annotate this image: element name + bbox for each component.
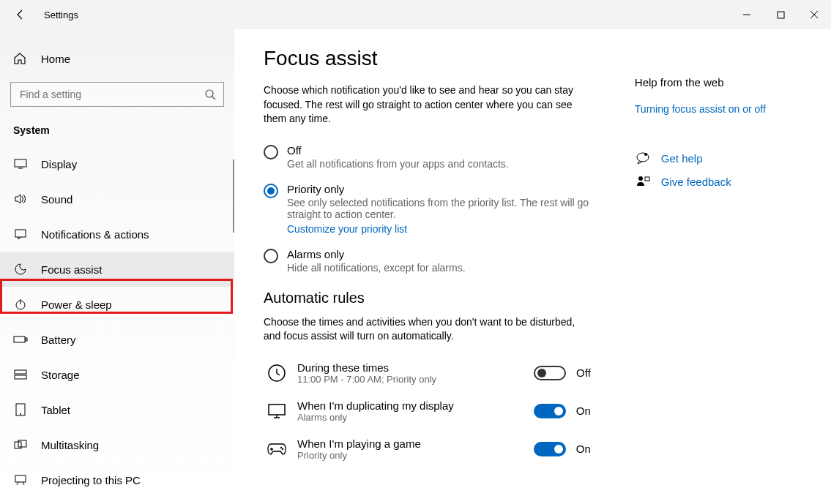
home-label: Home: [41, 53, 70, 65]
svg-line-3: [212, 97, 215, 99]
feedback-icon: [635, 175, 651, 188]
give-feedback-label: Give feedback: [661, 176, 731, 188]
sidebar-item-label: Projecting to this PC: [41, 474, 141, 486]
get-help-label: Get help: [661, 152, 703, 165]
sidebar-item-label: Battery: [41, 334, 76, 346]
svg-rect-1: [778, 12, 784, 18]
sidebar-item-label: Display: [41, 158, 77, 170]
title-bar: Settings: [0, 0, 831, 29]
radio-off[interactable]: [264, 145, 278, 159]
svg-point-2: [206, 90, 213, 97]
sidebar-item-label: Sound: [41, 193, 72, 206]
sidebar-item-display[interactable]: Display: [0, 146, 234, 181]
game-icon: [264, 443, 290, 456]
sidebar-item-focus-assist[interactable]: Focus assist: [0, 252, 234, 287]
display-icon: [13, 159, 28, 169]
help-icon: [635, 151, 651, 165]
scroll-indicator: [233, 159, 234, 233]
svg-point-14: [20, 413, 21, 415]
monitor-icon: [264, 403, 290, 419]
sidebar-item-label: Focus assist: [41, 263, 102, 276]
sidebar-item-label: Tablet: [41, 404, 70, 416]
give-feedback-row[interactable]: Give feedback: [635, 175, 802, 188]
rule-times-sub: 11:00 PM - 7:00 AM; Priority only: [297, 374, 519, 385]
rules-heading: Automatic rules: [264, 290, 591, 306]
radio-alarms[interactable]: [264, 249, 278, 263]
home-nav[interactable]: Home: [0, 44, 234, 73]
sidebar-item-tablet[interactable]: Tablet: [0, 392, 234, 427]
tablet-icon: [13, 403, 28, 416]
option-off[interactable]: Off Get all notifications from your apps…: [264, 144, 591, 170]
help-heading: Help from the web: [635, 76, 802, 89]
category-heading: System: [0, 107, 234, 146]
option-priority-title: Priority only: [287, 183, 591, 195]
sidebar-item-label: Power & sleep: [41, 298, 112, 311]
rule-times-state: Off: [576, 366, 591, 379]
rule-times-toggle[interactable]: [534, 366, 566, 380]
page-title: Focus assist: [264, 47, 591, 70]
sidebar-item-label: Storage: [41, 369, 80, 381]
rule-display[interactable]: When I'm duplicating my display Alarms o…: [264, 399, 591, 423]
help-link-focus-assist[interactable]: Turning focus assist on or off: [635, 103, 766, 115]
rule-game-sub: Priority only: [297, 450, 519, 461]
svg-point-22: [280, 447, 282, 448]
rule-game-toggle[interactable]: [534, 442, 566, 456]
back-button[interactable]: [13, 7, 28, 22]
option-off-title: Off: [287, 144, 509, 157]
sound-icon: [13, 193, 28, 205]
sidebar-item-battery[interactable]: Battery: [0, 322, 234, 357]
svg-rect-19: [269, 405, 285, 415]
sidebar-item-multitasking[interactable]: Multitasking: [0, 427, 234, 462]
svg-rect-9: [14, 336, 25, 342]
svg-point-23: [282, 448, 283, 450]
get-help-row[interactable]: Get help: [635, 151, 802, 165]
maximize-button[interactable]: [764, 0, 797, 29]
rule-game-title: When I'm playing a game: [297, 437, 519, 450]
search-icon: [204, 89, 216, 100]
help-panel: Help from the web Turning focus assist o…: [635, 47, 802, 504]
option-alarms[interactable]: Alarms only Hide all notifications, exce…: [264, 248, 591, 274]
option-alarms-title: Alarms only: [287, 248, 466, 260]
option-off-sub: Get all notifications from your apps and…: [287, 158, 509, 170]
option-alarms-sub: Hide all notifications, except for alarm…: [287, 262, 466, 274]
rule-display-sub: Alarms only: [297, 412, 519, 423]
sidebar-item-notifications[interactable]: Notifications & actions: [0, 217, 234, 252]
multitasking-icon: [13, 440, 28, 450]
svg-rect-27: [645, 177, 649, 181]
close-button[interactable]: [797, 0, 831, 29]
clock-icon: [264, 364, 290, 383]
sidebar-item-power[interactable]: Power & sleep: [0, 287, 234, 322]
battery-icon: [13, 335, 28, 344]
svg-rect-4: [15, 159, 26, 167]
rule-display-toggle[interactable]: [534, 404, 566, 418]
rule-game-state: On: [576, 443, 591, 455]
customize-priority-link[interactable]: Customize your priority list: [287, 223, 407, 235]
page-description: Choose which notification you'd like to …: [264, 83, 591, 127]
focus-assist-icon: [13, 263, 28, 276]
sidebar-item-label: Notifications & actions: [41, 228, 149, 241]
svg-rect-6: [15, 230, 26, 237]
rule-game[interactable]: When I'm playing a game Priority only On: [264, 437, 591, 461]
svg-point-25: [644, 153, 647, 156]
sidebar: Home System Display Sound Notifications …: [0, 29, 234, 504]
radio-priority[interactable]: [264, 184, 278, 198]
sidebar-item-projecting[interactable]: Projecting to this PC: [0, 462, 234, 497]
rule-times[interactable]: During these times 11:00 PM - 7:00 AM; P…: [264, 361, 591, 385]
option-priority[interactable]: Priority only See only selected notifica…: [264, 183, 591, 235]
sidebar-item-sound[interactable]: Sound: [0, 181, 234, 217]
main-panel: Focus assist Choose which notification y…: [264, 47, 591, 504]
svg-point-26: [638, 176, 643, 181]
rule-display-state: On: [576, 405, 591, 417]
svg-rect-11: [15, 370, 26, 374]
search-input[interactable]: [18, 88, 204, 101]
search-box[interactable]: [10, 82, 224, 107]
svg-rect-10: [26, 338, 27, 341]
rule-display-title: When I'm duplicating my display: [297, 399, 519, 412]
notifications-icon: [13, 228, 28, 240]
sidebar-item-storage[interactable]: Storage: [0, 357, 234, 392]
svg-rect-12: [15, 375, 26, 379]
window-title: Settings: [44, 10, 78, 20]
power-icon: [13, 298, 28, 311]
storage-icon: [13, 369, 28, 380]
minimize-button[interactable]: [730, 0, 764, 29]
